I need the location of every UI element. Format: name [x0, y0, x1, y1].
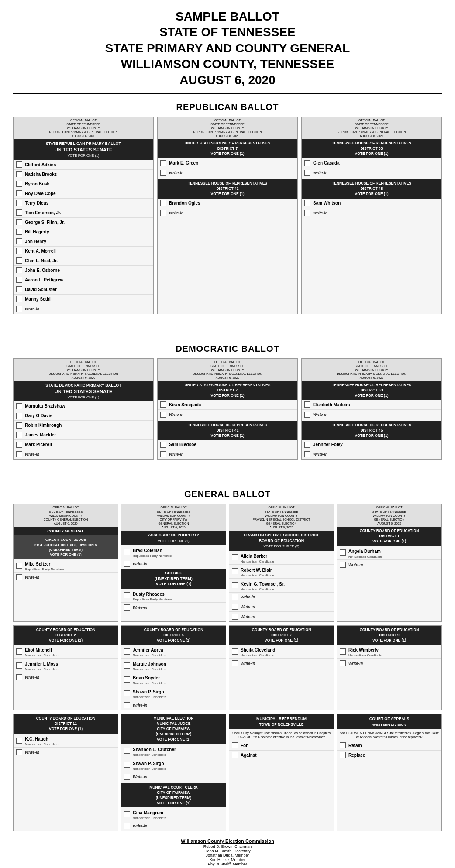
checkbox[interactable] [16, 432, 22, 438]
checkbox[interactable] [124, 774, 130, 780]
checkbox[interactable] [124, 823, 130, 829]
checkbox[interactable] [340, 742, 346, 748]
checkbox[interactable] [16, 738, 22, 744]
checkbox[interactable] [16, 403, 22, 409]
checkbox[interactable] [304, 210, 310, 216]
checkbox[interactable] [340, 660, 346, 666]
checkbox[interactable] [160, 401, 166, 408]
checkbox[interactable] [160, 160, 166, 166]
gen-r2c3-race-title: COUNTY BOARD OF EDUCATION DISTRICT 7 VOT… [229, 626, 334, 645]
checkbox[interactable] [160, 200, 166, 206]
checkbox[interactable] [160, 442, 166, 448]
checkbox[interactable] [160, 412, 166, 418]
checkbox[interactable] [124, 549, 130, 555]
checkbox[interactable] [16, 277, 22, 283]
gen-r3c2-race2-title: MUNICIPAL COURT CLERK CITY OF FAIRVIEW (… [121, 783, 226, 808]
checkbox[interactable] [16, 219, 22, 225]
list-item: Marquita Bradshaw [14, 401, 153, 411]
checkbox[interactable] [124, 702, 130, 708]
checkbox[interactable] [16, 306, 22, 312]
checkbox[interactable] [124, 748, 130, 754]
list-item: Write-in [229, 612, 334, 621]
checkbox[interactable] [124, 604, 130, 611]
checkbox[interactable] [232, 568, 238, 574]
checkbox[interactable] [16, 286, 22, 292]
dem-col1-header: OFFICIAL BALLOT STATE OF TENNESSEE WILLI… [14, 359, 153, 381]
checkbox[interactable] [16, 161, 22, 168]
checkbox[interactable] [16, 267, 22, 273]
general-row2-col1: COUNTY BOARD OF EDUCATION DISTRICT 2 VOT… [13, 625, 118, 711]
checkbox[interactable] [304, 451, 310, 457]
list-item: Angela DurhamNonpartisan Candidate [337, 546, 441, 560]
checkbox[interactable] [340, 549, 346, 556]
checkbox[interactable] [160, 170, 166, 176]
checkbox[interactable] [232, 614, 238, 620]
checkbox[interactable] [16, 662, 22, 669]
checkbox[interactable] [124, 690, 130, 696]
checkbox[interactable] [16, 563, 22, 569]
checkbox[interactable] [232, 582, 238, 588]
list-item: Write-in [121, 603, 226, 612]
checkbox[interactable] [16, 190, 22, 196]
gen-r3c1-race-title: COUNTY BOARD OF EDUCATION DISTRICT 11 VO… [14, 714, 118, 734]
list-item: Gina MangrumNonpartisan Candidate [121, 807, 226, 821]
checkbox[interactable] [16, 648, 22, 655]
commission-member-4: Kim Henke, Member [13, 858, 442, 862]
list-item: Eliot MitchellNonpartisan Candidate [14, 645, 118, 659]
checkbox[interactable] [340, 562, 346, 568]
checkbox[interactable] [16, 574, 22, 580]
checkbox[interactable] [16, 238, 22, 244]
checkbox[interactable] [124, 662, 130, 669]
list-item: Aaron L. Pettigrew [14, 275, 153, 285]
gen-r3c3-race-sub: Shall a City Manager Commission Charter … [229, 729, 334, 741]
checkbox[interactable] [16, 181, 22, 187]
checkbox[interactable] [124, 762, 130, 768]
checkbox[interactable] [16, 674, 22, 680]
checkbox[interactable] [16, 442, 22, 448]
checkbox[interactable] [16, 171, 22, 177]
checkbox[interactable] [232, 660, 238, 666]
checkbox[interactable] [340, 752, 346, 758]
checkbox[interactable] [160, 210, 166, 216]
checkbox[interactable] [304, 442, 310, 448]
general-row3: COUNTY BOARD OF EDUCATION DISTRICT 11 VO… [13, 714, 442, 831]
list-item: Write-in [158, 168, 297, 178]
checkbox[interactable] [16, 413, 22, 419]
checkbox[interactable] [16, 229, 22, 235]
checkbox[interactable] [304, 412, 310, 418]
checkbox[interactable] [232, 752, 238, 758]
checkbox[interactable] [16, 296, 22, 302]
checkbox[interactable] [304, 200, 310, 206]
checkbox[interactable] [124, 648, 130, 655]
general-row2-col3: COUNTY BOARD OF EDUCATION DISTRICT 7 VOT… [229, 625, 334, 711]
checkbox[interactable] [16, 248, 22, 254]
list-item: K.C. HaughNonpartisan Candidate [14, 734, 118, 748]
checkbox[interactable] [124, 676, 130, 683]
checkbox[interactable] [232, 648, 238, 655]
list-item: Jennifer Foley [302, 440, 441, 449]
checkbox[interactable] [232, 594, 238, 600]
checkbox[interactable] [304, 160, 310, 166]
checkbox[interactable] [160, 451, 166, 457]
checkbox[interactable] [16, 422, 22, 429]
rep-col2-race1-title: UNITED STATES HOUSE OF REPRESENTATIVES D… [158, 139, 297, 158]
checkbox[interactable] [16, 451, 22, 457]
checkbox[interactable] [232, 554, 238, 560]
checkbox[interactable] [124, 561, 130, 567]
list-item: George S. Flinn, Jr. [14, 218, 153, 227]
checkbox[interactable] [16, 209, 22, 216]
checkbox[interactable] [16, 257, 22, 264]
checkbox[interactable] [304, 401, 310, 408]
checkbox[interactable] [340, 648, 346, 655]
checkbox[interactable] [16, 749, 22, 755]
checkbox[interactable] [232, 604, 238, 610]
list-item: Margie JohnsonNonpartisan Candidate [121, 659, 226, 672]
checkbox[interactable] [232, 742, 238, 748]
list-item: Write-in [121, 559, 226, 569]
checkbox[interactable] [304, 170, 310, 176]
general-row1: OFFICIAL BALLOT STATE OF TENNESSEE WILLI… [13, 504, 442, 621]
checkbox[interactable] [124, 592, 130, 598]
list-item: Bill Hagerty [14, 227, 153, 237]
checkbox[interactable] [16, 200, 22, 206]
checkbox[interactable] [124, 811, 130, 817]
